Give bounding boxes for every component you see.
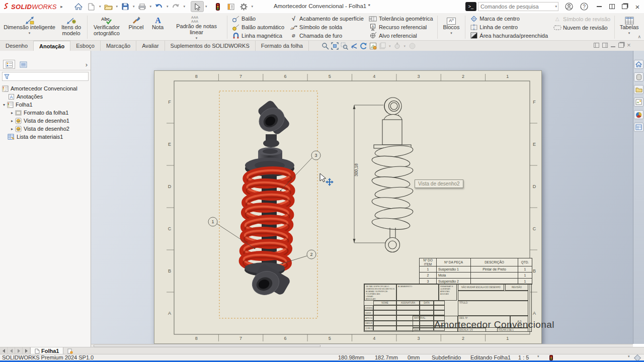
home-icon[interactable] [72,2,85,12]
spell-checker-button[interactable]: Abc Verificador ortográfico [89,14,124,40]
tree-item-sheet-format[interactable]: ▸ Formato da folha1 [0,109,91,117]
save-icon[interactable] [119,2,131,12]
prev-sheet-button[interactable] [8,347,15,354]
new-document-icon[interactable] [86,2,98,12]
pane-right-icon[interactable] [602,43,608,48]
tab-anotacao[interactable]: Anotação [34,41,70,51]
minimize-button[interactable] [593,2,606,12]
zoom-to-area-icon[interactable] [340,42,348,50]
tree-item-drawing-view2[interactable]: ▸ Vista de desenho2 [0,125,91,133]
doc-minimize-button[interactable] [611,46,615,47]
expanded-arrow-icon[interactable]: ▾ [2,103,7,107]
close-button[interactable]: × [631,2,644,12]
tab-formato-da-folha[interactable]: Formato da folha [256,41,309,51]
model-items-button[interactable]: Itens do modelo [57,14,86,40]
balloon-button[interactable]: Balão [230,15,286,23]
collapsed-arrow-icon[interactable]: ▸ [10,119,15,123]
feature-tree-tab-icon[interactable] [3,60,15,69]
caret-down-icon[interactable]: ▾ [537,354,539,358]
menu-flyout-icon[interactable]: ▸ [60,4,63,9]
tree-item-bom[interactable]: Lista de materiais1 [0,133,91,141]
sheet-scale[interactable]: 1 : 5 [518,354,529,360]
tree-root-item[interactable]: Amortecedor Convencional [0,84,91,93]
linear-note-pattern-button[interactable]: AAAAAA Padrão de notas linear ▾ [168,14,225,40]
bom-row[interactable]: 1 Suspensão 1 Pintar de Preto 1 [420,266,532,273]
tab-avaliar[interactable]: Avaliar [136,41,165,51]
restore-button[interactable] [618,2,631,12]
command-prompt-button[interactable]: >_ [465,2,476,11]
next-sheet-button[interactable] [15,347,23,354]
caret-down-icon[interactable]: ▾ [183,5,185,9]
caret-down-icon[interactable]: ▾ [389,44,391,48]
command-search-input[interactable] [478,4,554,10]
format-painter-button[interactable]: Pincel [124,14,148,40]
tab-marcacao[interactable]: Marcação [101,41,136,51]
redraw-icon[interactable] [359,42,367,50]
collapsed-arrow-icon[interactable]: ▸ [10,111,15,115]
tree-filter-box[interactable] [2,72,89,81]
auto-balloon-button[interactable]: Balão automático [230,23,286,32]
first-sheet-button[interactable] [0,347,8,354]
appearances-icon[interactable] [634,110,643,119]
last-sheet-button[interactable] [23,347,30,354]
center-mark-button[interactable]: Marca de centro [468,15,549,23]
tab-esboco[interactable]: Esboço [70,41,101,51]
note-button[interactable]: A Nota [148,14,168,40]
caret-down-icon[interactable]: ▾ [116,5,118,9]
collapsed-arrow-icon[interactable]: ▸ [10,127,15,131]
caret-down-icon[interactable]: ▾ [149,5,151,9]
bom-row[interactable]: 2 Mola 1 [420,273,532,279]
caret-down-icon[interactable]: ▾ [404,44,406,48]
doc-close-button[interactable]: × [627,43,631,48]
undo-icon[interactable] [153,2,165,12]
hatch-fill-button[interactable]: Área hachurada/preenchida [468,31,549,40]
datum-feature-button[interactable]: ARecurso referencial [367,23,435,32]
window-layout-button[interactable] [605,2,618,12]
open-icon[interactable] [102,2,114,12]
caret-down-icon[interactable]: ▾ [133,5,135,9]
sheet-tab-folha1[interactable]: Folha1 [30,347,63,354]
panel-expand-chevron-icon[interactable]: › [86,61,88,68]
pane-left-icon[interactable] [594,43,599,48]
hole-callout-button[interactable]: ⌀Chamada de furo [288,31,365,40]
geometric-tolerance-button[interactable]: Tolerância geométrica [367,15,435,23]
print-icon[interactable] [136,2,148,12]
bom-table[interactable]: Nº DO ITEMNº DA PEÇADESCRIÇÃOQTD. 1 Susp… [419,258,532,285]
tab-suplementos[interactable]: Suplementos do SOLIDWORKS [165,41,256,51]
doc-restore-button[interactable] [618,43,624,48]
help-icon[interactable]: ? [578,2,591,12]
display-pane-tab-icon[interactable] [17,60,29,69]
sheet-properties-icon[interactable] [369,42,377,50]
view-palette-icon[interactable] [634,98,643,107]
tree-item-annotations[interactable]: A Anotações [0,93,91,101]
magnetic-line-button[interactable]: Linha magnética [230,31,286,40]
zoom-icon[interactable] [321,42,329,50]
account-icon[interactable] [562,2,576,12]
revision-cloud-button[interactable]: Nuvem de revisão [551,23,612,32]
graphics-area[interactable]: 300,18 1 2 3 87654321 87654321 [91,51,633,344]
tree-item-drawing-view1[interactable]: ▸ Vista de desenho1 [0,117,91,125]
add-sheet-button[interactable] [63,347,76,354]
blocks-button[interactable]: Aº Blocos ▾ [439,14,463,40]
custom-properties-icon[interactable] [634,123,643,132]
smart-dimension-button[interactable]: Dimensão inteligente ▾ [2,14,57,40]
file-explorer-icon[interactable] [634,85,643,94]
view-settings-icon[interactable] [378,42,386,50]
redo-icon[interactable] [170,2,182,12]
previous-view-icon[interactable] [350,42,358,50]
appearance-icon[interactable] [408,42,416,50]
ribbon-collapse-icon[interactable]: ∧ [637,34,641,39]
drawing-sheet[interactable]: 300,18 1 2 3 87654321 87654321 [154,70,542,344]
home-tab-icon[interactable] [634,60,643,69]
centerline-button[interactable]: Linha de centro [468,23,549,32]
display-style-icon[interactable] [393,42,401,50]
caret-down-icon[interactable]: ▾ [99,5,101,9]
zoom-to-fit-icon[interactable] [331,42,339,50]
caret-down-icon[interactable]: ▾ [167,5,169,9]
datum-target-button[interactable]: Alvo referencial [367,31,435,40]
revision-symbol-button[interactable]: △Símbolo de revisão [551,15,612,23]
caret-down-icon[interactable]: ▾ [628,354,630,358]
caret-down-icon[interactable]: ▾ [555,5,557,9]
design-library-icon[interactable] [634,72,643,81]
weld-symbol-button[interactable]: Símbolo de solda [288,23,365,32]
